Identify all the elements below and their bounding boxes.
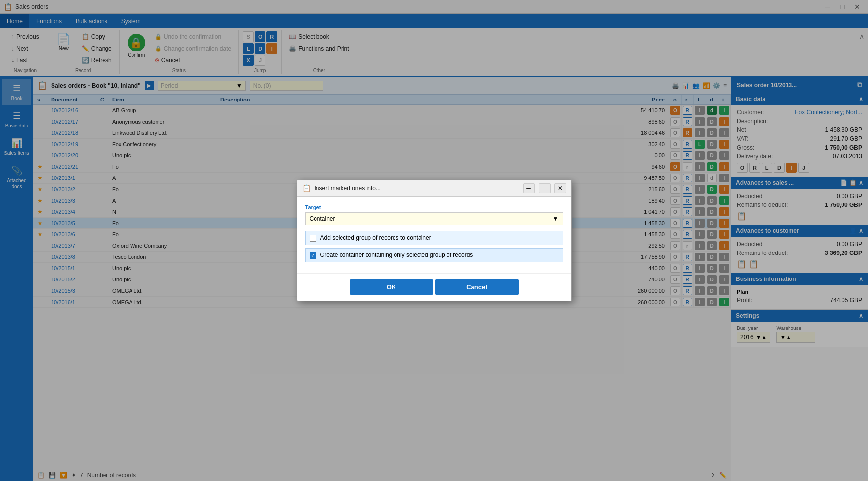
modal-cancel-btn[interactable]: Cancel <box>435 279 519 295</box>
modal-overlay: 📋 Insert marked ones into... ─ □ ✕ Targe… <box>0 0 868 481</box>
modal-titlebar: 📋 Insert marked ones into... ─ □ ✕ <box>297 180 571 197</box>
modal-footer: OK Cancel <box>297 273 571 301</box>
option2-checkbox[interactable]: ✓ <box>310 252 316 259</box>
option2-label: Create container containing only selecte… <box>320 252 473 258</box>
modal-minimize-btn[interactable]: ─ <box>523 183 535 193</box>
option2-row[interactable]: ✓ Create container containing only selec… <box>305 248 563 262</box>
option1-checkbox[interactable] <box>310 235 316 242</box>
dropdown-arrow-icon: ▼ <box>553 215 559 222</box>
modal-maximize-btn[interactable]: □ <box>539 183 551 193</box>
modal-close-btn[interactable]: ✕ <box>554 183 566 193</box>
option1-label: Add selected group of records to contain… <box>320 234 431 241</box>
modal-icon: 📋 <box>302 184 311 192</box>
option1-row[interactable]: Add selected group of records to contain… <box>305 231 563 245</box>
target-dropdown[interactable]: Container ▼ <box>305 212 563 225</box>
dropdown-value: Container <box>310 215 335 222</box>
modal-title: Insert marked ones into... <box>315 185 519 192</box>
insert-modal: 📋 Insert marked ones into... ─ □ ✕ Targe… <box>297 180 572 301</box>
modal-body: Target Container ▼ Add selected group of… <box>297 197 571 273</box>
modal-ok-btn[interactable]: OK <box>350 279 433 295</box>
target-label: Target <box>305 204 563 210</box>
